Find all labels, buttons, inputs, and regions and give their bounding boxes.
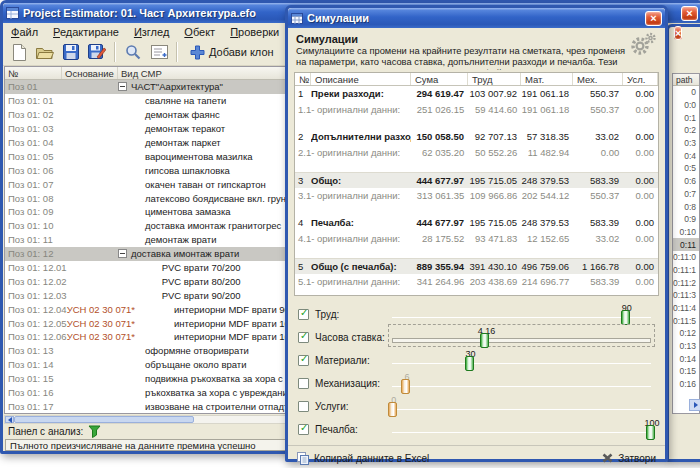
slider-thumb[interactable] [621,310,630,325]
slider[interactable]: 100 [388,416,655,439]
dialog-title: Симулации [307,12,369,24]
path-row[interactable]: 0:8 [673,200,699,213]
slider-track[interactable] [392,338,651,343]
row-base: УСН 02 30 071* [67,318,135,329]
slider-track[interactable] [392,317,651,318]
slider[interactable]: 6 [388,370,655,393]
scroll-right-arrow[interactable] [689,399,700,411]
open-folder-button[interactable] [33,41,57,64]
sim-row-description: - оригинални данни: [311,147,411,158]
main-close-button[interactable]: × [681,6,698,21]
slider-thumb[interactable] [480,333,489,348]
path-row[interactable]: 0:13 [673,340,699,353]
slider-row: Материали: 30 [296,347,657,370]
properties-button[interactable] [147,41,171,64]
path-row[interactable]: 0:11 [673,238,699,251]
search-button[interactable] [121,41,145,64]
dialog-close-button[interactable]: × [645,11,662,26]
path-row[interactable]: 0:11:5 [673,314,699,327]
path-row[interactable]: 0:6 [673,175,699,188]
scrollbar-thumb[interactable] [14,416,194,423]
slider[interactable]: 4.16 [388,324,655,347]
sim-row-materials: 248 379.53 [521,175,573,186]
slider-label: Услуги: [315,401,349,412]
slider[interactable]: 0 [388,393,655,416]
menu-item[interactable]: Редактиране [53,26,119,38]
col-materials: Мат. [521,73,573,85]
slider[interactable]: 90 [388,301,655,324]
menu-item[interactable]: Файл [11,26,38,38]
analysis-panel-icon[interactable] [88,425,101,438]
slider-thumb[interactable] [388,402,397,417]
slider-checkbox[interactable] [298,378,309,389]
new-document-button[interactable] [7,41,31,64]
save-as-icon [88,44,106,60]
sim-row-services: 0.00 [623,131,658,142]
slider-thumb[interactable] [465,356,474,371]
slider-row: Труд: 90 [296,301,657,324]
path-row[interactable]: 0:16 [673,378,699,391]
path-row[interactable]: 0:11:2 [673,276,699,289]
slider-track[interactable] [392,409,651,410]
row-description-text: PVC врати 90/200 [162,290,241,301]
sim-row-labor: 391 430.10 [468,261,521,272]
slider-checkbox[interactable] [298,332,309,343]
sim-row-sum: 889 355.94 [411,261,468,272]
sim-row-no: 1 [295,88,311,99]
path-row[interactable]: 0:5 [673,162,699,175]
sim-row-no: 3.1 [295,190,311,201]
slider[interactable]: 30 [388,347,655,370]
path-row[interactable]: 0 [673,86,699,99]
side-close-button[interactable]: × [674,26,682,40]
toolbar-separator [176,42,178,62]
row-description-text: окачен таван от гипскартон [145,179,266,190]
row-description-text: латексово боядисване вкл. грунд [145,193,292,204]
menu-item[interactable]: Обект [184,26,215,38]
slider-track[interactable] [392,432,651,433]
scroll-left-arrow[interactable] [5,416,14,423]
path-row[interactable]: 0:15 [673,365,699,378]
path-row[interactable]: 0:1 [673,111,699,124]
path-row[interactable]: 0:7 [673,188,699,201]
grid-col-base[interactable]: Основание [62,67,118,79]
sim-row-sum: 28 175.52 [411,233,468,244]
row-id: Поз 01: 16 [5,387,62,398]
save-button[interactable] [59,41,83,64]
path-row[interactable]: 0:10 [673,226,699,239]
path-row[interactable]: 0:14 [673,352,699,365]
path-column-header[interactable]: path [673,74,699,86]
row-id: Поз 01: 12.01 [5,262,67,273]
sim-row-mechanization: 583.39 [573,217,623,228]
path-row[interactable]: 0:4 [673,149,699,162]
tree-collapse-icon[interactable] [118,249,127,258]
slider-thumb[interactable] [646,425,655,440]
slider-row: Услуги: 0 [296,393,657,416]
slider-checkbox[interactable] [298,401,309,412]
path-row[interactable]: 0:11:1 [673,264,699,277]
path-row[interactable]: 0:11:3 [673,289,699,302]
path-row[interactable]: 0:2 [673,124,699,137]
menu-item[interactable]: Изглед [134,26,169,38]
slider-checkbox[interactable] [298,424,309,435]
slider-track[interactable] [392,386,651,387]
grid-col-number[interactable]: № [5,67,62,79]
close-dialog-button[interactable]: Затвори [602,453,656,464]
path-row[interactable]: 0:11:4 [673,302,699,315]
add-branch-button[interactable]: Добави клон [183,41,281,64]
path-row[interactable]: 0:9 [673,213,699,226]
slider-thumb[interactable] [401,379,410,394]
save-as-button[interactable] [85,41,109,64]
slider-checkbox[interactable] [298,309,309,320]
row-id: Поз 01: 15 [5,373,62,384]
menu-item[interactable]: Проверки [230,26,279,38]
tree-collapse-icon[interactable] [118,82,127,91]
slider-track[interactable] [392,363,651,364]
path-row[interactable]: 0:3 [673,137,699,150]
copy-to-excel-button[interactable]: Копирай данните в Excel [297,452,429,465]
slider-checkbox[interactable] [298,355,309,366]
path-row[interactable]: 0:0 [673,99,699,112]
path-row[interactable]: 0:11:0 [673,251,699,264]
sim-row-description: - оригинални данни: [311,233,411,244]
row-id: Поз 01: 08 [5,193,62,204]
path-row[interactable]: 0:12 [673,327,699,340]
